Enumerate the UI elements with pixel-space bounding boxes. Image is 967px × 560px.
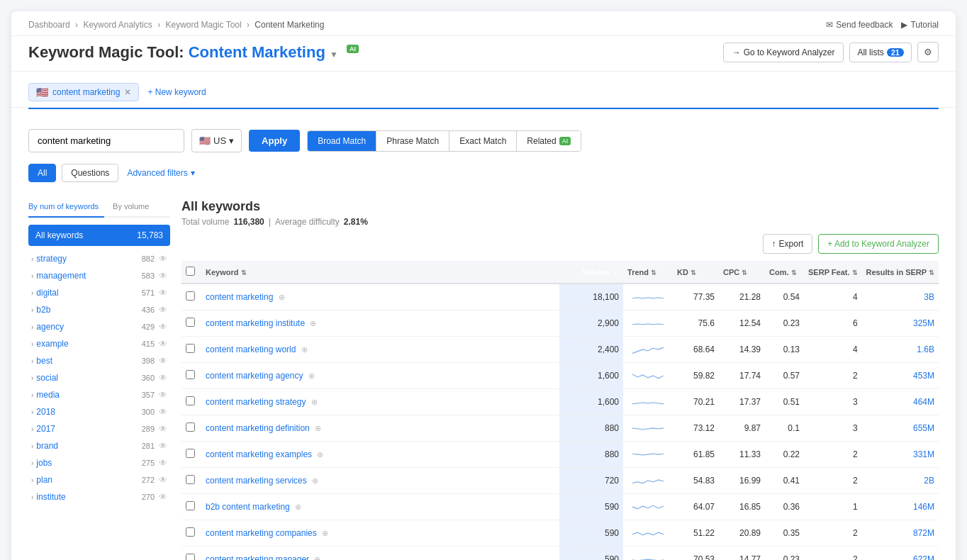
- phrase-match-tab[interactable]: Phrase Match: [376, 131, 449, 151]
- sidebar-item[interactable]: › institute 270 👁: [28, 488, 170, 505]
- results-link[interactable]: 1.6B: [917, 345, 934, 354]
- results-link[interactable]: 453M: [913, 371, 934, 381]
- keyword-link[interactable]: content marketing manager: [206, 554, 309, 560]
- results-link[interactable]: 464M: [913, 397, 934, 407]
- keyword-link[interactable]: content marketing institute: [206, 318, 305, 328]
- results-link[interactable]: 655M: [913, 423, 934, 433]
- th-keyword[interactable]: Keyword ⇅: [201, 261, 559, 284]
- sidebar-tab-volume[interactable]: By volume: [113, 199, 155, 216]
- sidebar-item[interactable]: › 2017 289 👁: [28, 420, 170, 437]
- keyword-link[interactable]: content marketing companies: [206, 528, 317, 538]
- add-to-list-icon[interactable]: ⊕: [322, 529, 328, 537]
- sidebar-item[interactable]: › 2018 300 👁: [28, 403, 170, 420]
- add-to-list-icon[interactable]: ⊕: [279, 293, 285, 301]
- th-kd[interactable]: KD ⇅: [673, 261, 719, 284]
- search-input[interactable]: [28, 129, 184, 152]
- tutorial-button[interactable]: ▶ Tutorial: [901, 20, 939, 30]
- row-checkbox[interactable]: [186, 475, 195, 484]
- row-checkbox[interactable]: [186, 554, 195, 560]
- sidebar-item[interactable]: › plan 272 👁: [28, 471, 170, 488]
- results-link[interactable]: 872M: [913, 528, 934, 538]
- results-link[interactable]: 622M: [913, 554, 934, 560]
- sidebar-tab-num-keywords[interactable]: By num of keywords: [28, 199, 104, 218]
- advanced-filters-button[interactable]: Advanced filters ▾: [127, 168, 194, 178]
- results-link[interactable]: 331M: [913, 449, 934, 459]
- add-to-list-icon[interactable]: ⊕: [311, 398, 318, 406]
- th-cpc[interactable]: CPC ⇅: [719, 261, 765, 284]
- new-keyword-button[interactable]: + New keyword: [147, 87, 206, 97]
- add-to-list-icon[interactable]: ⊕: [295, 503, 301, 511]
- row-checkbox[interactable]: [186, 318, 195, 327]
- sidebar-item[interactable]: › digital 571 👁: [28, 284, 170, 301]
- results-link[interactable]: 146M: [913, 502, 934, 512]
- visibility-icon[interactable]: 👁: [159, 458, 167, 468]
- keyword-link[interactable]: content marketing: [206, 292, 273, 302]
- row-checkbox[interactable]: [186, 527, 195, 537]
- visibility-icon[interactable]: 👁: [159, 271, 167, 281]
- keyword-link[interactable]: content marketing examples: [206, 449, 312, 459]
- row-checkbox[interactable]: [186, 422, 195, 432]
- visibility-icon[interactable]: 👁: [159, 407, 167, 417]
- visibility-icon[interactable]: 👁: [159, 441, 167, 451]
- apply-button[interactable]: Apply: [249, 130, 300, 152]
- select-all-checkbox[interactable]: [186, 267, 195, 276]
- active-keyword-tag[interactable]: 🇺🇸 content marketing ✕: [28, 83, 139, 101]
- questions-filter-button[interactable]: Questions: [62, 164, 118, 182]
- add-to-list-icon[interactable]: ⊕: [308, 371, 315, 380]
- send-feedback-button[interactable]: ✉ Send feedback: [826, 20, 893, 30]
- sidebar-item[interactable]: › media 357 👁: [28, 386, 170, 403]
- sidebar-item[interactable]: › brand 281 👁: [28, 437, 170, 454]
- visibility-icon[interactable]: 👁: [159, 288, 167, 298]
- th-trend[interactable]: Trend ⇅: [623, 261, 673, 284]
- all-lists-button[interactable]: All lists 21: [849, 43, 912, 62]
- row-checkbox[interactable]: [186, 396, 195, 405]
- export-button[interactable]: ↑ Export: [763, 234, 813, 254]
- go-to-analyzer-button[interactable]: → Go to Keyword Analyzer: [723, 43, 844, 62]
- settings-button[interactable]: ⚙: [917, 42, 939, 62]
- sidebar-item[interactable]: › management 583 👁: [28, 267, 170, 284]
- add-to-list-icon[interactable]: ⊕: [317, 450, 323, 459]
- row-checkbox[interactable]: [186, 291, 195, 301]
- visibility-icon[interactable]: 👁: [159, 475, 167, 485]
- add-to-list-icon[interactable]: ⊕: [310, 319, 316, 327]
- sidebar-item[interactable]: › jobs 275 👁: [28, 454, 170, 471]
- sidebar-item[interactable]: › strategy 882 👁: [28, 250, 170, 267]
- results-link[interactable]: 325M: [913, 318, 934, 328]
- country-select[interactable]: 🇺🇸 US ▾: [191, 129, 242, 152]
- results-link[interactable]: 2B: [924, 476, 934, 486]
- title-dropdown[interactable]: ▼: [330, 50, 338, 60]
- add-to-list-icon[interactable]: ⊕: [314, 555, 320, 560]
- visibility-icon[interactable]: 👁: [159, 305, 167, 315]
- add-to-list-icon[interactable]: ⊕: [312, 476, 318, 485]
- keyword-link[interactable]: content marketing strategy: [206, 397, 306, 407]
- results-link[interactable]: 3B: [924, 292, 934, 302]
- visibility-icon[interactable]: 👁: [159, 390, 167, 400]
- visibility-icon[interactable]: 👁: [159, 356, 167, 366]
- keyword-link[interactable]: b2b content marketing: [206, 502, 290, 512]
- visibility-icon[interactable]: 👁: [159, 339, 167, 349]
- th-results-in-serp[interactable]: Results in SERP ⇅: [862, 261, 939, 284]
- visibility-icon[interactable]: 👁: [159, 322, 167, 332]
- exact-match-tab[interactable]: Exact Match: [449, 131, 517, 151]
- broad-match-tab[interactable]: Broad Match: [308, 131, 376, 151]
- row-checkbox[interactable]: [186, 344, 195, 353]
- add-to-list-icon[interactable]: ⊕: [315, 424, 321, 432]
- sidebar-item[interactable]: › b2b 436 👁: [28, 301, 170, 318]
- sidebar-item[interactable]: › example 415 👁: [28, 335, 170, 352]
- visibility-icon[interactable]: 👁: [159, 373, 167, 383]
- th-com[interactable]: Com. ⇅: [765, 261, 804, 284]
- sidebar-all-keywords[interactable]: All keywords 15,783: [28, 225, 170, 246]
- th-volume[interactable]: Volume ▼: [559, 261, 623, 284]
- visibility-icon[interactable]: 👁: [159, 254, 167, 264]
- sidebar-item[interactable]: › agency 429 👁: [28, 318, 170, 335]
- row-checkbox[interactable]: [186, 501, 195, 510]
- keyword-link[interactable]: content marketing services: [206, 476, 307, 486]
- row-checkbox[interactable]: [186, 370, 195, 379]
- keyword-link[interactable]: content marketing world: [206, 345, 296, 354]
- all-filter-button[interactable]: All: [28, 164, 56, 182]
- keyword-link[interactable]: content marketing definition: [206, 423, 310, 433]
- add-to-analyzer-button[interactable]: + Add to Keyword Analyzer: [818, 234, 939, 254]
- tag-close-icon[interactable]: ✕: [124, 87, 131, 97]
- add-to-list-icon[interactable]: ⊕: [301, 345, 308, 354]
- visibility-icon[interactable]: 👁: [159, 424, 167, 434]
